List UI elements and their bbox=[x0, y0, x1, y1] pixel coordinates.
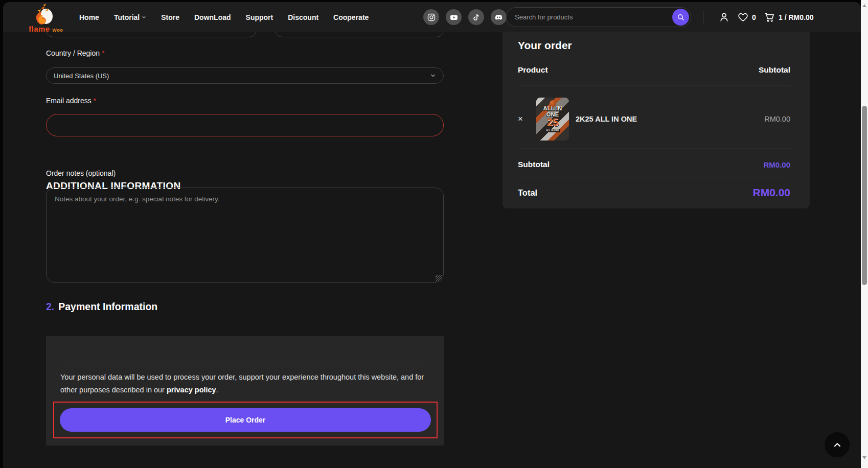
divider bbox=[518, 177, 790, 177]
scrollbar-up-arrow[interactable] bbox=[862, 4, 866, 7]
order-notes-textarea[interactable] bbox=[46, 188, 444, 283]
search-icon bbox=[677, 13, 685, 21]
page-scrollbar[interactable] bbox=[861, 0, 868, 468]
product-thumbnail: ALL IN ONE 25 ALL IN ONE bbox=[536, 98, 569, 141]
wishlist-button[interactable]: 0 bbox=[737, 2, 756, 32]
total-row: Total RM0.00 bbox=[518, 183, 790, 202]
billing-field-left[interactable] bbox=[46, 32, 257, 37]
required-asterisk: * bbox=[94, 97, 96, 105]
youtube-icon[interactable] bbox=[446, 9, 462, 25]
nav-item-discount[interactable]: Discount bbox=[288, 13, 318, 21]
flame-logo-icon bbox=[28, 3, 57, 26]
checkout-content: Country / Region * United States (US) Em… bbox=[3, 32, 861, 468]
cart-icon bbox=[764, 11, 775, 23]
nav-item-store[interactable]: Store bbox=[161, 13, 179, 21]
nav-item-support[interactable]: Support bbox=[246, 13, 273, 21]
nav-item-tutorial[interactable]: Tutorial bbox=[114, 13, 146, 21]
place-order-button[interactable]: Place Order bbox=[60, 408, 431, 432]
divider bbox=[518, 85, 790, 85]
user-icon bbox=[718, 11, 730, 23]
search-input[interactable] bbox=[507, 13, 672, 21]
tiktok-icon[interactable] bbox=[468, 9, 484, 25]
subtotal-column-header: Subtotal bbox=[759, 65, 790, 75]
payment-box: Your personal data will be used to proce… bbox=[46, 336, 444, 446]
nav-item-download[interactable]: DownLoad bbox=[194, 13, 231, 21]
heart-icon bbox=[737, 11, 749, 23]
payment-divider bbox=[60, 362, 429, 362]
main-menu: Home Tutorial Store DownLoad Support Dis… bbox=[79, 2, 369, 32]
chevron-down-icon bbox=[430, 73, 436, 79]
privacy-notice: Your personal data will be used to proce… bbox=[60, 371, 431, 396]
order-summary-title: Your order bbox=[518, 39, 572, 52]
email-input[interactable] bbox=[46, 114, 444, 136]
product-search bbox=[506, 7, 691, 27]
payment-section-heading: 2.Payment Information bbox=[46, 301, 157, 313]
instagram-icon[interactable] bbox=[423, 9, 439, 25]
product-column-header: Product bbox=[518, 65, 548, 75]
billing-field-right[interactable] bbox=[275, 32, 444, 37]
country-label: Country / Region * bbox=[46, 49, 104, 57]
scrollbar-down-arrow[interactable] bbox=[862, 456, 866, 459]
product-price: RM0.00 bbox=[764, 115, 790, 123]
place-order-highlight-outline: Place Order bbox=[53, 402, 438, 438]
scroll-to-top-button[interactable] bbox=[825, 432, 850, 457]
order-item-row: × ALL IN ONE 25 ALL IN ONE 2K25 ALL IN O… bbox=[518, 96, 790, 142]
discord-icon[interactable] bbox=[491, 9, 507, 25]
divider bbox=[518, 149, 790, 149]
nav-item-cooperate[interactable]: Cooperate bbox=[333, 13, 369, 21]
scrollbar-thumb[interactable] bbox=[862, 106, 867, 285]
chevron-down-icon bbox=[142, 15, 146, 19]
chevron-up-icon bbox=[832, 439, 843, 451]
product-name: 2K25 ALL IN ONE bbox=[576, 115, 764, 123]
account-button[interactable] bbox=[718, 2, 730, 32]
remove-item-button[interactable]: × bbox=[518, 114, 525, 124]
cart-total: 1 / RM0.00 bbox=[779, 13, 813, 21]
order-summary-panel: Your order Product Subtotal × ALL IN ONE… bbox=[502, 32, 810, 208]
subtotal-row: Subtotal RM0.00 bbox=[518, 156, 790, 173]
cart-button[interactable]: 1 / RM0.00 bbox=[764, 2, 813, 32]
wishlist-count: 0 bbox=[752, 13, 756, 21]
order-table-header: Product Subtotal bbox=[518, 65, 790, 75]
nav-item-home[interactable]: Home bbox=[79, 13, 99, 21]
payment-section-number: 2. bbox=[46, 301, 54, 312]
country-value: United States (US) bbox=[54, 72, 109, 80]
order-notes-label: Order notes (optional) bbox=[46, 169, 116, 177]
subtotal-value: RM0.00 bbox=[763, 160, 790, 169]
checkout-page: flame Woo Home Tutorial Store DownLoad S… bbox=[0, 0, 868, 468]
navbar: flame Woo Home Tutorial Store DownLoad S… bbox=[3, 2, 861, 32]
privacy-policy-link[interactable]: privacy policy bbox=[167, 386, 216, 394]
search-button[interactable] bbox=[672, 9, 689, 26]
subtotal-label: Subtotal bbox=[518, 160, 550, 169]
required-asterisk: * bbox=[102, 49, 104, 57]
nav-divider bbox=[703, 11, 703, 24]
email-label: Email address * bbox=[46, 97, 96, 105]
total-label: Total bbox=[518, 188, 537, 198]
social-links bbox=[423, 2, 507, 32]
country-select[interactable]: United States (US) bbox=[46, 67, 444, 84]
total-value: RM0.00 bbox=[752, 186, 790, 199]
